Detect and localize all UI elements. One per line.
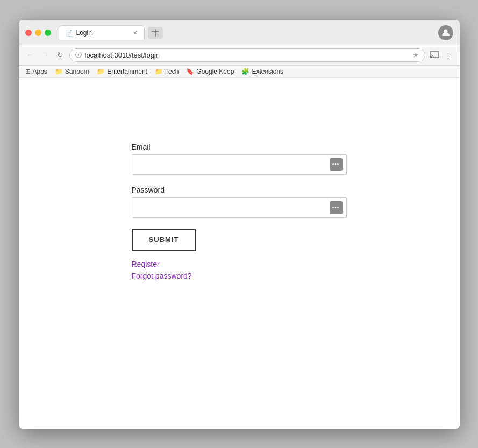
bookmark-tech[interactable]: 📁 Tech xyxy=(155,68,179,75)
close-button[interactable] xyxy=(25,30,32,36)
bookmark-google-keep-label: Google Keep xyxy=(196,68,234,75)
bookmark-entertainment[interactable]: 📁 Entertainment xyxy=(97,68,147,75)
password-autofill-icon[interactable]: ••• xyxy=(330,201,343,214)
profile-icon xyxy=(441,29,450,37)
maximize-button[interactable] xyxy=(45,30,51,36)
window-controls xyxy=(25,30,51,36)
email-input-wrapper: ••• xyxy=(132,154,347,175)
address-bar[interactable]: ⓘ localhost:3010/test/login ★ xyxy=(69,48,425,62)
password-input[interactable] xyxy=(132,197,347,218)
bookmark-google-keep[interactable]: 🔖 Google Keep xyxy=(186,68,234,75)
nav-bar: ← → ↻ ⓘ localhost:3010/test/login ★ ⋮ xyxy=(19,45,460,66)
email-autofill-icon[interactable]: ••• xyxy=(330,158,343,171)
password-group: Password ••• xyxy=(132,186,347,218)
folder-icon-entertainment: 📁 xyxy=(97,68,105,75)
bookmark-apps-label: Apps xyxy=(33,68,47,75)
tab-page-icon: 📄 xyxy=(66,30,73,37)
apps-grid-icon: ⊞ xyxy=(25,68,31,75)
password-input-wrapper: ••• xyxy=(132,197,347,218)
minimize-button[interactable] xyxy=(35,30,41,36)
register-link[interactable]: Register xyxy=(132,260,347,268)
url-text: localhost:3010/test/login xyxy=(85,51,409,59)
profile-button[interactable] xyxy=(438,25,453,40)
bookmark-apps[interactable]: ⊞ Apps xyxy=(25,68,47,75)
page-content: Email ••• Password ••• SUBMIT xyxy=(19,78,460,429)
title-bar: 📄 Login × xyxy=(19,20,460,45)
extensions-icon: 🧩 xyxy=(241,68,249,75)
submit-button[interactable]: SUBMIT xyxy=(132,229,196,251)
lock-icon: ⓘ xyxy=(75,51,82,60)
browser-window: 📄 Login × ← → ↻ xyxy=(19,20,460,429)
bookmark-tech-label: Tech xyxy=(165,68,179,75)
forgot-password-link[interactable]: Forgot password? xyxy=(132,272,347,280)
svg-rect-1 xyxy=(155,29,156,37)
active-tab[interactable]: 📄 Login × xyxy=(59,25,145,40)
bookmark-extensions[interactable]: 🧩 Extensions xyxy=(241,68,283,75)
new-tab-button[interactable] xyxy=(148,27,163,39)
password-label: Password xyxy=(132,186,347,194)
login-form: Email ••• Password ••• SUBMIT xyxy=(132,143,347,283)
folder-icon-tech: 📁 xyxy=(155,68,163,75)
more-icon[interactable]: ⋮ xyxy=(443,49,454,61)
tab-area: 📄 Login × xyxy=(59,25,438,40)
tab-title: Login xyxy=(76,29,130,37)
nav-icons-right: ⋮ xyxy=(429,49,454,61)
bookmark-sanborn[interactable]: 📁 Sanborn xyxy=(55,68,89,75)
bookmark-sanborn-label: Sanborn xyxy=(65,68,89,75)
folder-icon-sanborn: 📁 xyxy=(55,68,63,75)
back-button[interactable]: ← xyxy=(24,49,36,61)
keep-icon: 🔖 xyxy=(186,68,194,75)
bookmark-extensions-label: Extensions xyxy=(252,68,283,75)
bookmark-entertainment-label: Entertainment xyxy=(107,68,147,75)
email-input[interactable] xyxy=(132,154,347,175)
email-group: Email ••• xyxy=(132,143,347,175)
refresh-button[interactable]: ↻ xyxy=(54,49,66,61)
tab-close-button[interactable]: × xyxy=(133,29,137,37)
bookmarks-bar: ⊞ Apps 📁 Sanborn 📁 Entertainment 📁 Tech … xyxy=(19,66,460,78)
cast-icon[interactable] xyxy=(429,49,440,61)
forward-button[interactable]: → xyxy=(39,49,51,61)
bookmark-star-icon[interactable]: ★ xyxy=(412,51,419,59)
email-label: Email xyxy=(132,143,347,151)
